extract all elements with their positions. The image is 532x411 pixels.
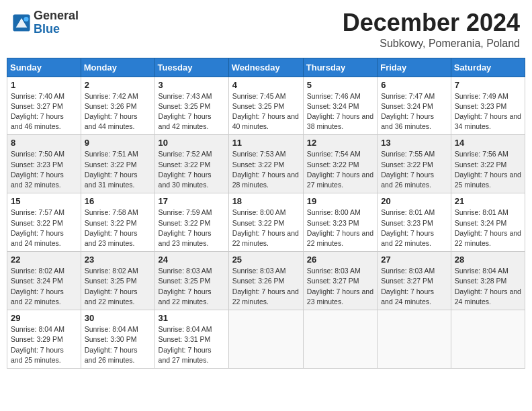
- day-number: 3: [159, 80, 225, 90]
- day-number: 17: [159, 196, 225, 206]
- day-number: 29: [11, 313, 77, 323]
- calendar-cell: 31Sunrise: 8:04 AMSunset: 3:31 PMDayligh…: [154, 310, 228, 369]
- calendar-cell: 14Sunrise: 7:56 AMSunset: 3:22 PMDayligh…: [451, 135, 525, 193]
- calendar-cell: 2Sunrise: 7:42 AMSunset: 3:26 PMDaylight…: [81, 77, 154, 135]
- day-info: Sunrise: 7:55 AMSunset: 3:22 PMDaylight:…: [381, 149, 447, 190]
- header: General Blue December 2024 Subkowy, Pome…: [7, 7, 525, 52]
- day-number: 12: [307, 138, 373, 148]
- day-info: Sunrise: 8:03 AMSunset: 3:27 PMDaylight:…: [307, 266, 373, 307]
- day-number: 21: [455, 196, 521, 206]
- day-info: Sunrise: 8:01 AMSunset: 3:24 PMDaylight:…: [455, 208, 521, 248]
- calendar-cell: 24Sunrise: 8:03 AMSunset: 3:25 PMDayligh…: [154, 252, 228, 310]
- week-row-1: 1Sunrise: 7:40 AMSunset: 3:27 PMDaylight…: [7, 77, 525, 135]
- calendar-cell: 18Sunrise: 8:00 AMSunset: 3:22 PMDayligh…: [228, 193, 303, 252]
- calendar-cell: 25Sunrise: 8:03 AMSunset: 3:26 PMDayligh…: [228, 252, 303, 310]
- calendar-cell: 15Sunrise: 7:57 AMSunset: 3:22 PMDayligh…: [7, 193, 81, 252]
- calendar-cell: 29Sunrise: 8:04 AMSunset: 3:29 PMDayligh…: [7, 310, 81, 369]
- calendar-cell: 17Sunrise: 7:59 AMSunset: 3:22 PMDayligh…: [154, 193, 228, 252]
- day-info: Sunrise: 7:42 AMSunset: 3:26 PMDaylight:…: [85, 91, 151, 132]
- day-info: Sunrise: 7:45 AMSunset: 3:25 PMDaylight:…: [232, 91, 300, 132]
- calendar-table: SundayMondayTuesdayWednesdayThursdayFrid…: [7, 58, 525, 369]
- calendar-cell: 12Sunrise: 7:54 AMSunset: 3:22 PMDayligh…: [303, 135, 377, 193]
- day-number: 22: [11, 255, 77, 265]
- day-info: Sunrise: 7:59 AMSunset: 3:22 PMDaylight:…: [159, 208, 225, 248]
- day-info: Sunrise: 7:58 AMSunset: 3:22 PMDaylight:…: [85, 208, 151, 248]
- day-info: Sunrise: 7:40 AMSunset: 3:27 PMDaylight:…: [11, 91, 77, 132]
- day-info: Sunrise: 8:03 AMSunset: 3:27 PMDaylight:…: [381, 266, 447, 307]
- day-info: Sunrise: 8:03 AMSunset: 3:25 PMDaylight:…: [159, 266, 225, 307]
- logo-blue: Blue: [34, 22, 60, 36]
- day-number: 8: [11, 138, 77, 148]
- calendar-cell: 22Sunrise: 8:02 AMSunset: 3:24 PMDayligh…: [7, 252, 81, 310]
- logo-general: General: [34, 9, 79, 22]
- day-info: Sunrise: 8:03 AMSunset: 3:26 PMDaylight:…: [232, 266, 300, 307]
- day-info: Sunrise: 7:51 AMSunset: 3:22 PMDaylight:…: [85, 149, 151, 190]
- day-info: Sunrise: 8:02 AMSunset: 3:25 PMDaylight:…: [85, 266, 151, 307]
- calendar-cell: 7Sunrise: 7:49 AMSunset: 3:23 PMDaylight…: [451, 77, 525, 135]
- calendar-cell: 20Sunrise: 8:01 AMSunset: 3:23 PMDayligh…: [378, 193, 451, 252]
- day-number: 6: [381, 80, 447, 90]
- day-number: 28: [455, 255, 521, 265]
- calendar-cell: 1Sunrise: 7:40 AMSunset: 3:27 PMDaylight…: [7, 77, 81, 135]
- weekday-header-saturday: Saturday: [451, 58, 525, 77]
- day-info: Sunrise: 7:46 AMSunset: 3:24 PMDaylight:…: [307, 91, 373, 132]
- calendar-cell: 16Sunrise: 7:58 AMSunset: 3:22 PMDayligh…: [81, 193, 154, 252]
- logo-text: General Blue: [34, 9, 79, 36]
- day-info: Sunrise: 7:50 AMSunset: 3:23 PMDaylight:…: [11, 149, 77, 190]
- calendar-cell: 28Sunrise: 8:04 AMSunset: 3:28 PMDayligh…: [451, 252, 525, 310]
- day-number: 4: [232, 80, 300, 90]
- calendar-cell: 5Sunrise: 7:46 AMSunset: 3:24 PMDaylight…: [303, 77, 377, 135]
- calendar-cell: 11Sunrise: 7:53 AMSunset: 3:22 PMDayligh…: [228, 135, 303, 193]
- calendar-cell: 23Sunrise: 8:02 AMSunset: 3:25 PMDayligh…: [81, 252, 154, 310]
- day-number: 31: [159, 313, 225, 323]
- logo: General Blue: [12, 9, 79, 36]
- weekday-header-thursday: Thursday: [303, 58, 377, 77]
- day-number: 2: [85, 80, 151, 90]
- day-number: 20: [381, 196, 447, 206]
- weekday-header-tuesday: Tuesday: [154, 58, 228, 77]
- day-number: 26: [307, 255, 373, 265]
- week-row-3: 15Sunrise: 7:57 AMSunset: 3:22 PMDayligh…: [7, 193, 525, 252]
- day-number: 1: [11, 80, 77, 90]
- day-info: Sunrise: 7:54 AMSunset: 3:22 PMDaylight:…: [307, 149, 373, 190]
- day-number: 9: [85, 138, 151, 148]
- day-number: 19: [307, 196, 373, 206]
- day-info: Sunrise: 8:02 AMSunset: 3:24 PMDaylight:…: [11, 266, 77, 307]
- day-number: 25: [232, 255, 300, 265]
- weekday-header-monday: Monday: [81, 58, 154, 77]
- month-title: December 2024: [343, 9, 520, 36]
- calendar-cell: 10Sunrise: 7:52 AMSunset: 3:22 PMDayligh…: [154, 135, 228, 193]
- day-number: 23: [85, 255, 151, 265]
- day-info: Sunrise: 8:04 AMSunset: 3:31 PMDaylight:…: [159, 324, 225, 365]
- day-info: Sunrise: 8:04 AMSunset: 3:30 PMDaylight:…: [85, 324, 151, 365]
- day-number: 15: [11, 196, 77, 206]
- weekday-header-row: SundayMondayTuesdayWednesdayThursdayFrid…: [7, 58, 525, 77]
- day-info: Sunrise: 7:52 AMSunset: 3:22 PMDaylight:…: [159, 149, 225, 190]
- calendar-cell: 6Sunrise: 7:47 AMSunset: 3:24 PMDaylight…: [378, 77, 451, 135]
- calendar-cell: 3Sunrise: 7:43 AMSunset: 3:25 PMDaylight…: [154, 77, 228, 135]
- day-number: 24: [159, 255, 225, 265]
- day-number: 13: [381, 138, 447, 148]
- day-number: 18: [232, 196, 300, 206]
- day-info: Sunrise: 7:47 AMSunset: 3:24 PMDaylight:…: [381, 91, 447, 132]
- day-info: Sunrise: 8:04 AMSunset: 3:29 PMDaylight:…: [11, 324, 77, 365]
- day-info: Sunrise: 7:57 AMSunset: 3:22 PMDaylight:…: [11, 208, 77, 248]
- day-info: Sunrise: 8:00 AMSunset: 3:23 PMDaylight:…: [307, 208, 373, 248]
- week-row-5: 29Sunrise: 8:04 AMSunset: 3:29 PMDayligh…: [7, 310, 525, 369]
- day-number: 10: [159, 138, 225, 148]
- title-area: December 2024 Subkowy, Pomerania, Poland: [343, 9, 520, 50]
- day-number: 16: [85, 196, 151, 206]
- day-number: 14: [455, 138, 521, 148]
- calendar-cell: 4Sunrise: 7:45 AMSunset: 3:25 PMDaylight…: [228, 77, 303, 135]
- day-number: 27: [381, 255, 447, 265]
- week-row-2: 8Sunrise: 7:50 AMSunset: 3:23 PMDaylight…: [7, 135, 525, 193]
- location-subtitle: Subkowy, Pomerania, Poland: [343, 38, 520, 50]
- day-info: Sunrise: 7:56 AMSunset: 3:22 PMDaylight:…: [455, 149, 521, 190]
- day-number: 11: [232, 138, 300, 148]
- weekday-header-wednesday: Wednesday: [228, 58, 303, 77]
- day-info: Sunrise: 7:49 AMSunset: 3:23 PMDaylight:…: [455, 91, 521, 132]
- day-number: 7: [455, 80, 521, 90]
- calendar-cell: 13Sunrise: 7:55 AMSunset: 3:22 PMDayligh…: [378, 135, 451, 193]
- svg-point-2: [24, 17, 29, 21]
- day-info: Sunrise: 8:00 AMSunset: 3:22 PMDaylight:…: [232, 208, 300, 248]
